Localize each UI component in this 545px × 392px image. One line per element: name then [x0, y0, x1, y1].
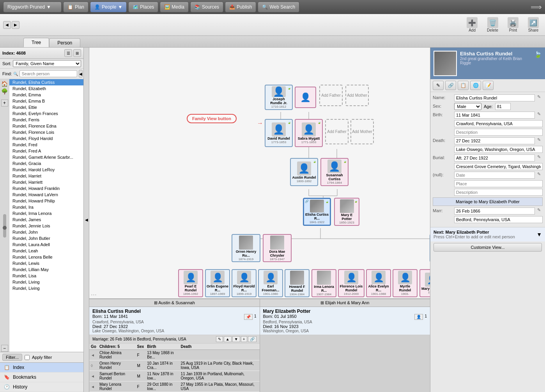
- child-name[interactable]: Orren Henry Rundel: [98, 360, 136, 371]
- nav-plan[interactable]: 📋 Plan: [63, 2, 88, 12]
- zoom-out-icon[interactable]: −: [1, 345, 8, 352]
- print-button[interactable]: 🖨️ Print: [504, 16, 522, 34]
- birth-date-input[interactable]: [454, 112, 535, 119]
- marriage-down-btn[interactable]: ▼: [232, 336, 240, 342]
- person-list-item[interactable]: Rundel, Floyd Harold: [9, 135, 83, 142]
- null-edit-icon[interactable]: ✎: [535, 172, 543, 177]
- nav-sources[interactable]: 📚 Sources: [190, 2, 223, 12]
- family-right-person-btn[interactable]: 👤: [414, 314, 423, 320]
- person-list-item[interactable]: Rundel, Leah: [9, 248, 83, 254]
- node-pearl[interactable]: 👤 Pearl E Rundel 1896-1992: [178, 269, 203, 297]
- person-list-item[interactable]: Rundel, Fred A: [9, 148, 83, 154]
- child-row[interactable]: ◄ Mary Lenora Rundel F 29 Oct 1880 in lo…: [89, 381, 260, 392]
- person-list-item[interactable]: Rundel, Garnett Arlene Scarbr...: [9, 154, 83, 160]
- node-orren[interactable]: Orren Henry Ru... 1874-1919: [232, 234, 260, 262]
- node-earl[interactable]: 👤 Earl Freeman... 1901-1980: [258, 269, 283, 297]
- node-dora[interactable]: Dora Mae Chrysler 1873-1947: [263, 234, 292, 262]
- person-list-item[interactable]: Rundel, Fred: [9, 142, 83, 148]
- person-list-item[interactable]: Rundel, Ettie: [9, 104, 83, 110]
- person-list-item[interactable]: Rundel, Harriett: [9, 179, 83, 185]
- child-name[interactable]: Samuel Berton Rundel: [98, 371, 136, 381]
- node-florence-lois[interactable]: 👤 Florence Lois Rundel 1912-2000: [338, 269, 365, 297]
- child-row[interactable]: ◄ Chloe Almira Rundel F 13 May 1868 in B…: [89, 350, 260, 360]
- birth-desc-input[interactable]: [454, 129, 543, 136]
- person-edit-btn[interactable]: ✎: [433, 81, 444, 90]
- marr-place-input[interactable]: [454, 216, 543, 223]
- death-place-input[interactable]: [454, 146, 543, 153]
- zoom-in-icon[interactable]: +: [1, 99, 8, 106]
- person-list-item[interactable]: Rundel, Irma Lenora: [9, 210, 83, 216]
- child-name[interactable]: Mary Lenora Rundel: [98, 381, 136, 392]
- person-list-item[interactable]: Rundel, Lisa: [9, 273, 83, 279]
- person-list-item[interactable]: Rundel, Elizabeth: [9, 85, 83, 92]
- node-alice[interactable]: 👤 Alice Evelyn R... 1901-1988: [366, 269, 391, 297]
- index-list-btn[interactable]: ☰: [64, 49, 72, 57]
- node-anc-female[interactable]: 👤: [295, 87, 316, 108]
- burial-edit-icon[interactable]: ✎: [535, 154, 543, 160]
- person-link-btn[interactable]: 🔗: [445, 81, 456, 90]
- person-list-item[interactable]: Rundel, Gracia: [9, 160, 83, 167]
- person-list-item[interactable]: Rundel, Laura Adell: [9, 241, 83, 248]
- go-icon[interactable]: ◄: [89, 381, 98, 392]
- nav-places[interactable]: 🗺️ Places: [128, 2, 158, 12]
- death-date-input[interactable]: [454, 137, 535, 144]
- index-grid-btn[interactable]: ⊞: [73, 49, 81, 57]
- person-list-item[interactable]: Rundel, John: [9, 229, 83, 235]
- child-name[interactable]: Chloe Almira Rundel: [98, 350, 136, 360]
- nav-right-arrows[interactable]: ⟹: [531, 2, 542, 12]
- home-icon[interactable]: 🏠: [1, 81, 8, 87]
- node-sabra[interactable]: 👤 Sabra Mygatt 1771-1853 🍃: [295, 119, 323, 147]
- person-list-item[interactable]: Rundel, Harriet: [9, 173, 83, 179]
- person-list-item[interactable]: Rundel, Howard Philip: [9, 198, 83, 204]
- nav-people[interactable]: 👤 People ▼: [90, 2, 127, 12]
- person-list-item[interactable]: Rundel, Emma: [9, 92, 83, 98]
- forward-button[interactable]: ▶: [12, 21, 19, 29]
- node-mary-r[interactable]: 👤 Mary Rundel 1905-: [419, 269, 430, 297]
- child-row[interactable]: ◄ Samuel Berton Rundel M 11 Nov 1878 in …: [89, 371, 260, 381]
- go-icon[interactable]: ◄: [89, 371, 98, 381]
- add-button[interactable]: ➕ Add: [464, 16, 481, 34]
- node-austin[interactable]: 👤 Austin Rundel 1800-1892 🍃: [290, 158, 318, 186]
- marriage-edit-btn[interactable]: ✎: [216, 336, 223, 342]
- node-orlin[interactable]: 👤 Orlin Eugene R... 1897-1969: [205, 269, 230, 297]
- sort-select[interactable]: Family, Given Name: [13, 60, 81, 67]
- filter-button[interactable]: Filter...: [2, 354, 22, 361]
- person-note-btn[interactable]: 📝: [483, 81, 494, 90]
- marriage-add-btn[interactable]: +: [241, 336, 247, 342]
- nav-publish[interactable]: 📤 Publish: [225, 2, 256, 12]
- person-list-item[interactable]: Rundel, Florence Lois: [9, 129, 83, 135]
- sex-select[interactable]: Male Female: [454, 103, 481, 110]
- node-irma[interactable]: Irma Lenora R... 1907-1984: [311, 269, 336, 297]
- birth-place-input[interactable]: [454, 120, 543, 127]
- person-web-btn[interactable]: 🌐: [470, 81, 481, 90]
- person-list-item[interactable]: Rundel, James: [9, 216, 83, 223]
- collapse-button[interactable]: ◀: [84, 48, 89, 392]
- node-add-father-2[interactable]: Add Father: [325, 119, 349, 144]
- tab-tree[interactable]: Tree: [23, 38, 49, 47]
- tree-area[interactable]: Family View button → 👤 Joseph Rundle Jr.…: [89, 48, 430, 298]
- find-prev-btn[interactable]: ◀: [79, 70, 83, 78]
- share-button[interactable]: ↗️ Share: [525, 16, 542, 34]
- person-list-item[interactable]: Rundel, Elisha Curtiss: [9, 79, 83, 85]
- node-elisha[interactable]: Elisha Curtiss R... 1841-1922 🍃 🔗: [303, 198, 331, 226]
- name-edit-icon[interactable]: ✎: [535, 94, 543, 99]
- go-icon[interactable]: ◊: [89, 360, 98, 371]
- person-list-item[interactable]: Rundel, Evelyn Frances: [9, 110, 83, 117]
- bottom-nav-index[interactable]: 📋 Index: [0, 363, 83, 372]
- go-icon[interactable]: ◄: [89, 350, 98, 360]
- person-list-item[interactable]: Rundel, Living: [9, 279, 83, 285]
- node-add-mother-1[interactable]: Add Mother: [345, 85, 369, 106]
- person-list-item[interactable]: Rundel, John Butler: [9, 235, 83, 241]
- marr-date-input[interactable]: [454, 208, 535, 215]
- person-list-item[interactable]: Rundel, Ferris: [9, 117, 83, 123]
- family-left-pin-btn[interactable]: 📌: [244, 314, 253, 320]
- person-list-item[interactable]: Rundel, Ira: [9, 204, 83, 210]
- node-floyd-h[interactable]: 👤 Floyd Harold R... 1899-1919: [232, 269, 257, 297]
- person-list-item[interactable]: Rundel, Howard LaVern: [9, 192, 83, 198]
- marriage-up-btn[interactable]: ▲: [224, 336, 232, 342]
- node-myrtle[interactable]: 👤 Myrtle Rundel 1903-: [393, 269, 418, 297]
- person-list-item[interactable]: Rundel, Emma B: [9, 98, 83, 104]
- null-date-input[interactable]: [454, 172, 535, 179]
- zoom-slider[interactable]: [3, 214, 6, 238]
- bottom-nav-history[interactable]: 🕐 History: [0, 382, 83, 392]
